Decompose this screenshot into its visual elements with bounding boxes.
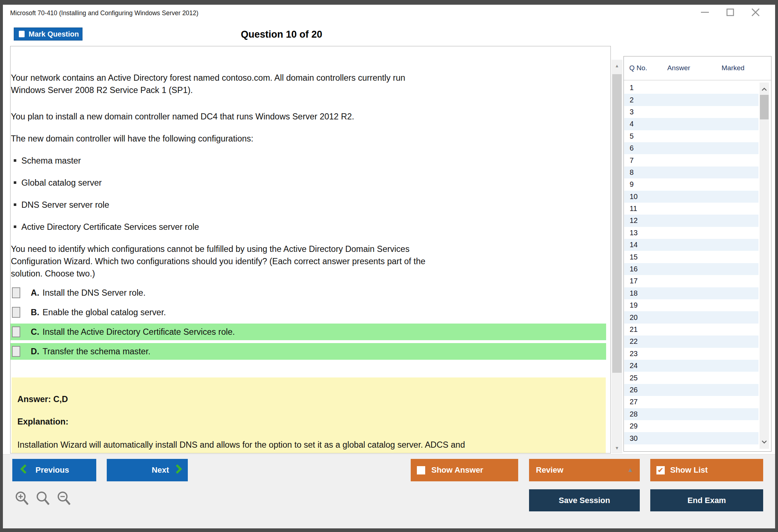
- question-number: 27: [630, 398, 638, 406]
- question-list-scrollbar-thumb[interactable]: [760, 95, 769, 119]
- question-list-row[interactable]: 27: [624, 396, 758, 408]
- question-list-row[interactable]: 15: [624, 251, 758, 263]
- previous-button[interactable]: Previous: [12, 459, 96, 481]
- question-number: 18: [630, 289, 638, 297]
- option-checkbox[interactable]: [12, 307, 20, 318]
- option-checkbox[interactable]: [12, 326, 20, 337]
- configuration-bullet: Schema master: [11, 155, 441, 167]
- mark-question-button[interactable]: Mark Question: [14, 28, 83, 41]
- question-number: 12: [630, 216, 638, 225]
- caret-up-icon: ▲: [627, 466, 633, 474]
- question-list-row[interactable]: 22: [624, 335, 758, 347]
- question-list-row[interactable]: 11: [624, 203, 758, 215]
- question-list-row[interactable]: 1: [624, 82, 758, 94]
- question-list-row[interactable]: 30: [624, 432, 758, 444]
- main-scrollbar[interactable]: ▲ ▼: [612, 60, 622, 453]
- question-list-header: Q No. Answer Marked: [624, 56, 771, 80]
- show-answer-button[interactable]: Show Answer: [411, 459, 518, 481]
- option-checkbox[interactable]: [12, 287, 20, 298]
- answer-option-c[interactable]: C.Install the Active Directory Certifica…: [10, 324, 606, 340]
- bullet-icon: [14, 225, 16, 228]
- question-list-row[interactable]: 2: [624, 94, 758, 106]
- bullet-icon: [14, 159, 16, 162]
- question-list-row[interactable]: 6: [624, 142, 758, 154]
- scroll-up-icon[interactable]: ▲: [612, 61, 622, 71]
- configuration-bullet: DNS Server server role: [11, 199, 441, 211]
- question-text-block: Your network contains an Active Director…: [11, 72, 441, 290]
- answer-option-a[interactable]: A.Install the DNS Server role.: [10, 284, 606, 301]
- bullet-icon: [14, 181, 16, 184]
- show-list-button[interactable]: ✔ Show List: [650, 459, 763, 481]
- question-list-row[interactable]: 19: [624, 299, 758, 311]
- question-list-row[interactable]: 4: [624, 118, 758, 130]
- question-list-row[interactable]: 8: [624, 166, 758, 178]
- question-list-row[interactable]: 7: [624, 154, 758, 166]
- show-answer-checkbox[interactable]: [417, 466, 425, 474]
- question-number: 29: [630, 422, 638, 430]
- save-session-button[interactable]: Save Session: [529, 489, 640, 511]
- zoom-out-icon[interactable]: [56, 490, 72, 508]
- answer-option-b[interactable]: B.Enable the global catalog server.: [10, 304, 606, 321]
- mark-question-checkbox[interactable]: [19, 31, 25, 37]
- bullet-text: Global catalog server: [21, 177, 102, 189]
- mark-question-label: Mark Question: [29, 30, 79, 38]
- scroll-down-icon[interactable]: ▼: [612, 443, 622, 453]
- question-list-scrollbar[interactable]: [760, 83, 769, 449]
- chevron-left-icon: [20, 464, 27, 476]
- maximize-button[interactable]: [725, 8, 735, 18]
- minimize-button[interactable]: [700, 8, 710, 18]
- question-list-row[interactable]: 17: [624, 275, 758, 287]
- question-list-row[interactable]: 28: [624, 408, 758, 420]
- chevron-right-icon: [176, 464, 182, 476]
- explanation-text: Installation Wizard will automatically i…: [17, 440, 465, 450]
- question-list-row[interactable]: 12: [624, 215, 758, 227]
- question-list-row[interactable]: 3: [624, 106, 758, 118]
- bullet-text: DNS Server server role: [21, 199, 109, 211]
- question-list-row[interactable]: 21: [624, 324, 758, 335]
- question-list-row[interactable]: 26: [624, 384, 758, 396]
- magnifier-icon[interactable]: [35, 490, 51, 508]
- question-number: 14: [630, 241, 638, 249]
- close-button[interactable]: [750, 8, 761, 18]
- question-number: 3: [630, 108, 634, 116]
- question-number: 21: [630, 325, 638, 334]
- question-number: 30: [630, 434, 638, 443]
- option-letter: C.: [31, 327, 39, 337]
- end-exam-button[interactable]: End Exam: [650, 489, 763, 511]
- end-exam-label: End Exam: [688, 496, 726, 505]
- list-scroll-up-icon[interactable]: [760, 85, 769, 94]
- main-scrollbar-thumb[interactable]: [612, 74, 622, 373]
- show-list-label: Show List: [670, 465, 708, 475]
- question-list-row[interactable]: 18: [624, 287, 758, 299]
- close-icon: [751, 8, 760, 18]
- show-list-checkbox[interactable]: ✔: [656, 466, 665, 474]
- question-number: 6: [630, 144, 634, 152]
- question-list-row[interactable]: 13: [624, 227, 758, 239]
- option-text: Install the Active Directory Certificate…: [43, 327, 235, 337]
- question-counter: Question 10 of 20: [206, 29, 358, 40]
- question-list-row[interactable]: 29: [624, 420, 758, 432]
- question-list-row[interactable]: 20: [624, 311, 758, 323]
- review-button[interactable]: Review ▲: [529, 459, 640, 481]
- list-scroll-down-icon[interactable]: [760, 437, 769, 447]
- question-number: 1: [630, 84, 634, 92]
- next-button[interactable]: Next: [107, 459, 188, 481]
- question-number: 9: [630, 180, 634, 189]
- review-label: Review: [536, 465, 563, 475]
- window-title: Microsoft 70-410 (Installing and Configu…: [10, 9, 198, 17]
- question-list-row[interactable]: 23: [624, 348, 758, 360]
- column-qno: Q No.: [629, 64, 647, 72]
- answer-option-d[interactable]: D.Transfer the schema master.: [10, 343, 606, 360]
- question-list-row[interactable]: 10: [624, 191, 758, 203]
- question-list-row[interactable]: 9: [624, 178, 758, 190]
- option-checkbox[interactable]: [12, 346, 20, 357]
- zoom-controls: [14, 490, 72, 508]
- question-number: 5: [630, 132, 634, 140]
- question-list-row[interactable]: 5: [624, 130, 758, 142]
- option-letter: A.: [31, 288, 39, 298]
- question-list-row[interactable]: 14: [624, 239, 758, 251]
- question-list-row[interactable]: 16: [624, 263, 758, 275]
- question-list-row[interactable]: 24: [624, 360, 758, 372]
- question-list-row[interactable]: 25: [624, 372, 758, 384]
- zoom-in-icon[interactable]: [14, 490, 30, 508]
